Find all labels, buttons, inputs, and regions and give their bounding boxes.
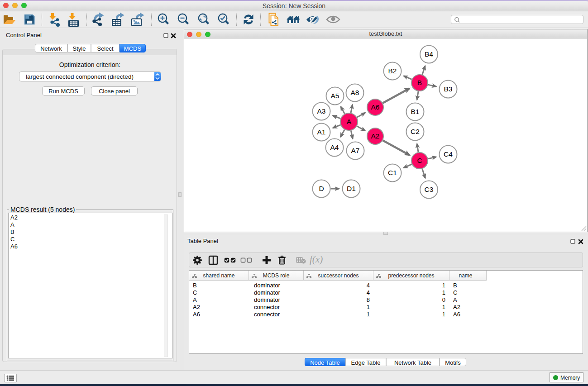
svg-text:C: C	[417, 157, 422, 164]
svg-text:D: D	[319, 185, 324, 192]
svg-text:B4: B4	[425, 50, 433, 58]
svg-text:A: A	[347, 118, 352, 125]
svg-text:C4: C4	[444, 150, 453, 158]
svg-text:A3: A3	[317, 107, 326, 115]
svg-text:A6: A6	[371, 103, 380, 111]
svg-text:A5: A5	[331, 92, 339, 100]
svg-text:B: B	[417, 79, 422, 86]
svg-text:A7: A7	[351, 147, 360, 154]
svg-text:B3: B3	[444, 85, 453, 93]
svg-text:A1: A1	[317, 128, 326, 136]
svg-text:C2: C2	[411, 128, 420, 135]
svg-text:A8: A8	[351, 89, 359, 96]
svg-text:A4: A4	[330, 143, 339, 151]
svg-text:A2: A2	[371, 132, 380, 140]
svg-text:C1: C1	[388, 169, 397, 176]
svg-text:C3: C3	[425, 186, 434, 193]
svg-text:B1: B1	[411, 108, 420, 115]
svg-text:B2: B2	[388, 67, 397, 75]
svg-text:D1: D1	[347, 185, 356, 192]
